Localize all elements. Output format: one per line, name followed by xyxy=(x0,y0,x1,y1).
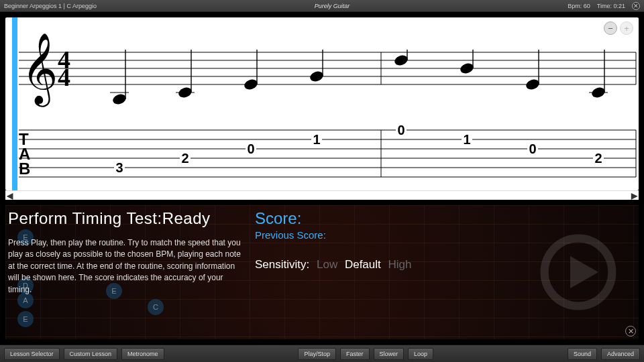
zoom-in-icon[interactable]: + xyxy=(620,21,633,35)
scroll-right-icon[interactable]: ▶ xyxy=(631,191,637,200)
sensitivity-default[interactable]: Default xyxy=(345,258,381,271)
svg-point-22 xyxy=(111,93,127,106)
fret-dot: C xyxy=(148,299,164,315)
svg-text:0: 0 xyxy=(529,141,536,156)
svg-text:B: B xyxy=(19,160,30,178)
sensitivity-label: Sensitivity: xyxy=(255,258,309,271)
metronome-button[interactable]: Metronome xyxy=(121,348,164,360)
timing-test-panel: EDAEEC Perform Timing Test:Ready Press P… xyxy=(5,205,639,339)
lesson-title: Beginner Arpeggios 1 | C Arpeggio xyxy=(4,3,97,9)
top-bar: Beginner Arpeggios 1 | C Arpeggio Purely… xyxy=(0,0,644,12)
zoom-out-icon[interactable]: − xyxy=(604,21,617,35)
panel-title: Perform Timing Test:Ready xyxy=(8,209,243,228)
fret-dot: E xyxy=(17,311,34,327)
time-label: Time: 0:21 xyxy=(597,3,625,9)
bottom-toolbar: Lesson Selector Custom Lesson Metronome … xyxy=(0,345,644,362)
svg-point-40 xyxy=(393,54,409,67)
faster-button[interactable]: Faster xyxy=(340,348,370,360)
svg-text:2: 2 xyxy=(181,151,189,166)
play-stop-button[interactable]: Play/Stop xyxy=(298,348,336,360)
score-panel: − + 𝄞44TAB32010102 xyxy=(5,17,639,190)
panel-body: Press Play, then play the routine. Try t… xyxy=(8,237,243,296)
svg-point-48 xyxy=(525,78,541,91)
svg-text:0: 0 xyxy=(247,141,254,156)
svg-text:4: 4 xyxy=(58,63,70,91)
loop-button[interactable]: Loop xyxy=(408,348,433,360)
score-scrollbar[interactable]: ◀ ▶ xyxy=(5,190,639,200)
svg-text:1: 1 xyxy=(313,132,320,147)
slower-button[interactable]: Slower xyxy=(374,348,405,360)
sensitivity-row: Sensitivity: Low Default High xyxy=(255,258,636,272)
previous-score-label: Previous Score: xyxy=(255,229,636,241)
svg-point-44 xyxy=(459,62,475,75)
svg-text:2: 2 xyxy=(594,151,602,166)
svg-text:3: 3 xyxy=(115,160,123,175)
svg-point-36 xyxy=(309,70,325,83)
svg-point-32 xyxy=(243,78,259,91)
score-label: Score: xyxy=(255,209,636,228)
svg-text:0: 0 xyxy=(397,123,405,137)
scroll-left-icon[interactable]: ◀ xyxy=(7,191,13,200)
lesson-selector-button[interactable]: Lesson Selector xyxy=(4,348,60,360)
panel-close-button[interactable]: ✕ xyxy=(625,326,636,337)
advanced-button[interactable]: Advanced xyxy=(601,348,640,360)
close-button[interactable]: ✕ xyxy=(632,2,640,10)
sensitivity-low[interactable]: Low xyxy=(317,258,337,271)
notation-canvas: 𝄞44TAB32010102 xyxy=(5,17,639,190)
sensitivity-high[interactable]: High xyxy=(388,258,412,271)
app-brand: Purely Guitar xyxy=(97,3,568,9)
bpm-label: Bpm: 60 xyxy=(568,3,590,9)
svg-text:𝄞: 𝄞 xyxy=(21,34,58,107)
svg-text:1: 1 xyxy=(463,132,470,147)
playhead xyxy=(12,17,17,190)
sound-button[interactable]: Sound xyxy=(568,348,597,360)
custom-lesson-button[interactable]: Custom Lesson xyxy=(64,348,118,360)
